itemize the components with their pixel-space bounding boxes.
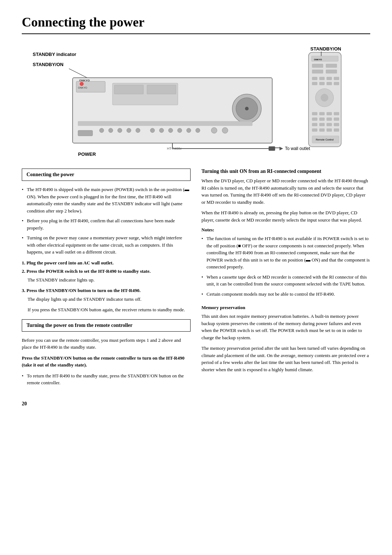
svg-rect-50 — [334, 77, 339, 80]
svg-rect-9 — [78, 130, 93, 136]
svg-point-19 — [136, 128, 140, 133]
bullet-item: Before you plug in the HT-R490, confirm … — [22, 217, 191, 231]
svg-point-25 — [196, 128, 200, 133]
svg-point-8 — [245, 107, 249, 110]
svg-text:POWER: POWER — [78, 151, 96, 157]
memory-body1: This unit does not require memory preser… — [201, 313, 370, 341]
svg-point-24 — [187, 128, 191, 133]
svg-rect-61 — [312, 118, 317, 121]
svg-rect-51 — [312, 82, 317, 85]
page-title: Connecting the power — [22, 15, 370, 34]
svg-point-18 — [127, 128, 131, 133]
right-body2: When the HT-R490 is already on, pressing… — [201, 209, 370, 223]
svg-rect-63 — [327, 118, 332, 121]
section2-intro: Before you can use the remote controller… — [22, 337, 191, 351]
section-remote-power: Turning the power on from the remote con… — [22, 319, 191, 332]
svg-point-20 — [150, 128, 155, 133]
svg-rect-59 — [327, 112, 332, 115]
svg-point-15 — [99, 128, 104, 133]
note-bullet-1: The function of turning on the HT-R490 i… — [201, 235, 370, 271]
step1: 1. Plug the power cord into an AC wall o… — [22, 259, 191, 267]
svg-rect-64 — [334, 118, 339, 121]
svg-rect-67 — [327, 123, 332, 126]
step2-desc: The STANDBY indicator lights up. — [22, 276, 191, 284]
svg-point-27 — [222, 127, 228, 133]
svg-rect-70 — [319, 129, 324, 131]
right-body1: When the DVD player, CD player or MD rec… — [201, 177, 370, 206]
svg-rect-72 — [334, 129, 339, 131]
svg-rect-69 — [312, 129, 317, 131]
memory-body2: The memory preservation period after the… — [201, 345, 370, 373]
svg-point-21 — [159, 128, 164, 133]
svg-rect-48 — [319, 77, 324, 80]
svg-point-26 — [211, 127, 217, 133]
section2-title: Turning the power on from the remote con… — [26, 323, 186, 328]
step3: 3. Press the STANDBY/ON button to turn o… — [22, 287, 191, 294]
svg-rect-47 — [312, 77, 317, 80]
device-diagram: STANDBY indicator STANDBY/ON ONKYO — [22, 45, 370, 161]
notes-bullets: The function of turning on the HT-R490 i… — [201, 235, 370, 297]
diagram-area: STANDBY indicator STANDBY/ON ONKYO — [22, 45, 370, 161]
svg-text:STANDBY indicator: STANDBY indicator — [33, 52, 76, 57]
svg-text:Remote Control: Remote Control — [316, 138, 334, 141]
svg-rect-14 — [78, 121, 252, 126]
svg-point-22 — [168, 128, 173, 133]
step2: 2. Press the POWER switch to set the HT-… — [22, 268, 191, 275]
bullet-item: Turning on the power may cause a momenta… — [22, 234, 191, 256]
svg-point-16 — [109, 128, 113, 133]
svg-rect-49 — [327, 77, 332, 80]
svg-rect-34 — [269, 146, 275, 151]
section-connecting-power: Connecting the power — [22, 169, 191, 181]
svg-rect-62 — [319, 118, 324, 121]
svg-rect-41 — [312, 64, 323, 68]
svg-marker-36 — [279, 147, 283, 150]
section1-title: Connecting the power — [26, 172, 186, 178]
svg-text:To wall outlet: To wall outlet — [285, 146, 310, 151]
svg-rect-44 — [326, 70, 337, 73]
step3-desc1: The display lights up and the STANDBY in… — [22, 296, 191, 303]
svg-rect-52 — [319, 82, 324, 85]
page-footer: 20 — [22, 401, 370, 407]
svg-rect-54 — [334, 82, 339, 85]
svg-point-46 — [321, 94, 328, 101]
step3-desc2: If you press the STANDBY/ON button again… — [22, 306, 191, 313]
memory-preservation-section: Memory preservation This unit does not r… — [201, 305, 370, 373]
section2-bold: Press the STANDBY/ON button on the remot… — [22, 355, 191, 369]
svg-rect-58 — [319, 112, 324, 115]
svg-point-17 — [118, 128, 122, 133]
notes-label: Notes: — [201, 227, 370, 233]
svg-rect-71 — [327, 129, 332, 131]
svg-point-23 — [177, 128, 182, 133]
left-column: Connecting the power The HT-R490 is ship… — [22, 169, 191, 390]
svg-rect-13 — [147, 85, 176, 94]
section2-bullets: To return the HT-R490 to the standby sta… — [22, 372, 191, 386]
svg-text:ONKYO: ONKYO — [314, 58, 322, 61]
svg-text:ONKYO: ONKYO — [79, 79, 90, 82]
svg-text:ONKYO: ONKYO — [78, 86, 87, 89]
svg-rect-68 — [334, 123, 339, 126]
main-content: Connecting the power The HT-R490 is ship… — [22, 169, 370, 390]
note-bullet-2: When a cassette tape deck or MD recorder… — [201, 274, 370, 288]
svg-rect-60 — [334, 112, 339, 115]
right-column: Turning this unit ON from an RI-connecte… — [201, 169, 370, 390]
svg-point-10 — [80, 82, 83, 86]
svg-rect-43 — [312, 70, 323, 73]
bullet-item: The HT-R490 is shipped with the main pow… — [22, 186, 191, 214]
section1-bullets: The HT-R490 is shipped with the main pow… — [22, 186, 191, 256]
svg-rect-12 — [114, 85, 143, 94]
svg-rect-65 — [312, 123, 317, 126]
note-bullet-3: Certain component models may not be able… — [201, 291, 370, 298]
right-section1-title: Turning this unit ON from an RI-connecte… — [201, 169, 370, 174]
section2-bullet: To return the HT-R490 to the standby sta… — [22, 372, 191, 386]
svg-rect-42 — [326, 64, 337, 68]
svg-rect-53 — [327, 82, 332, 85]
memory-title: Memory preservation — [201, 305, 370, 311]
svg-rect-57 — [312, 112, 317, 115]
svg-text:STANDBY/ON: STANDBY/ON — [310, 46, 341, 52]
svg-text:STANDBY/ON: STANDBY/ON — [33, 62, 64, 67]
page-number: 20 — [22, 401, 27, 407]
svg-rect-66 — [319, 123, 324, 126]
